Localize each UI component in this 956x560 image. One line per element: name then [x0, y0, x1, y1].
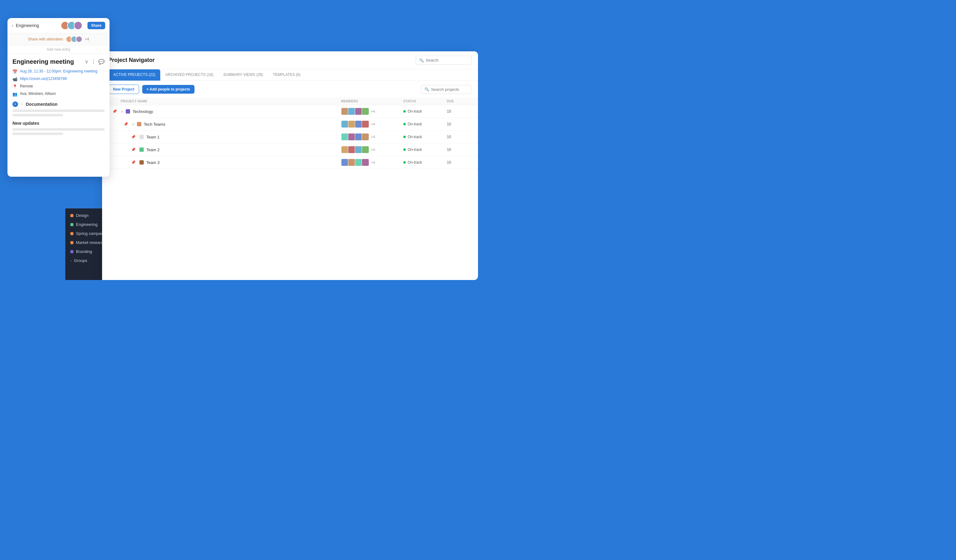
th-project-name: PROJECT NAME: [121, 100, 341, 103]
attendees-avatars: [66, 36, 82, 42]
search-box[interactable]: 🔍: [416, 56, 472, 65]
meeting-details: 📅 Aug 28, 11:30 - 12:00pm: Engineering m…: [13, 69, 105, 96]
more-icon[interactable]: ⋮: [91, 59, 96, 65]
members-plus: +4: [371, 160, 375, 164]
tab-active-projects[interactable]: ACTIVE PROJECTS (22): [108, 69, 160, 81]
project-name: Team 3: [146, 160, 160, 165]
project-color-dot: [140, 160, 144, 165]
left-panel: ‹ Engineering Share Share with attendees…: [8, 18, 110, 177]
sidebar-dot: [70, 250, 74, 253]
status-text: On-track: [408, 109, 422, 114]
project-color-dot: [126, 109, 130, 114]
meeting-date-row: 📅 Aug 28, 11:30 - 12:00pm: Engineering m…: [13, 69, 105, 74]
right-panel: Project Navigator 🔍 ACTIVE PROJECTS (22)…: [102, 51, 478, 280]
members-cell: +4: [341, 108, 403, 115]
status-text: On-track: [408, 122, 422, 126]
due-cell: 10: [447, 109, 472, 114]
meeting-location-row: 📍 Remote: [13, 84, 105, 89]
right-title: Project Navigator: [108, 57, 412, 63]
project-color-dot: [137, 122, 141, 126]
due-cell: 10: [447, 147, 472, 152]
sidebar-dot: [70, 232, 74, 235]
calendar-icon: 📅: [13, 69, 17, 74]
people-icon: 👥: [13, 92, 17, 96]
project-name-cell: Team 1: [140, 135, 341, 140]
share-attendees-bar: Share with attendees +4: [8, 33, 110, 45]
th-members: MEMBERS: [341, 100, 403, 103]
pin-icon: 📌: [127, 135, 140, 139]
share-button[interactable]: Share: [88, 22, 105, 29]
collapse-icon[interactable]: ∨: [85, 59, 88, 65]
member-avatar: [341, 133, 349, 141]
sidebar-dot: [70, 214, 74, 217]
status-dot: [403, 161, 406, 164]
panel-title: Engineering: [16, 23, 58, 28]
table-row[interactable]: 📌 ∨ Technology +4 On-track 10: [102, 105, 478, 118]
add-people-button[interactable]: + Add people to projects: [142, 85, 195, 94]
new-updates-section: New updates: [13, 121, 105, 135]
avatar: [74, 21, 82, 30]
search-input[interactable]: [426, 58, 463, 63]
member-avatar: [362, 146, 369, 154]
status-dot: [403, 123, 406, 125]
skeleton-line: [13, 133, 63, 135]
tabs-row: ACTIVE PROJECTS (22) ARCHIVED PROJECTS (…: [102, 69, 478, 81]
panel-header: ‹ Engineering Share: [8, 18, 110, 33]
members-cell: +4: [341, 133, 403, 141]
table-row[interactable]: 📌 Team 1 +4 On-track 10: [102, 131, 478, 143]
search-projects-icon: 🔍: [425, 87, 429, 91]
skeleton-line: [13, 128, 105, 131]
project-color-dot: [140, 135, 144, 139]
attendees-plus-count: +4: [85, 37, 89, 41]
project-color-dot: [140, 147, 144, 152]
sidebar-item-label: Market research: [76, 240, 105, 245]
members-plus: +4: [371, 135, 375, 139]
tab-summary-views[interactable]: SUMMARY VIEWS (28): [218, 69, 268, 81]
status-dot: [403, 110, 406, 113]
pin-icon: 📌: [127, 147, 140, 152]
member-avatar: [341, 158, 349, 166]
table-row[interactable]: 📌 ∨ Tech Teams +4 On-track 10: [102, 118, 478, 131]
status-cell: On-track: [403, 109, 447, 114]
right-header: Project Navigator 🔍: [102, 51, 478, 69]
back-icon[interactable]: ‹: [12, 23, 13, 28]
member-avatar: [355, 158, 362, 166]
add-section-icon[interactable]: +: [13, 102, 18, 107]
table-row[interactable]: 📌 Team 2 +4 On-track 10: [102, 143, 478, 156]
status-text: On-track: [408, 135, 422, 139]
meeting-title-icons: ∨ ⋮ 💬: [85, 59, 105, 65]
member-avatar: [362, 158, 369, 166]
meeting-title-text: Engineering meeting: [13, 58, 74, 65]
drag-icon: ⠿: [20, 102, 24, 107]
add-entry-row[interactable]: Add new entry: [8, 45, 110, 54]
due-cell: 10: [447, 135, 472, 139]
member-avatar: [341, 108, 349, 115]
meeting-link[interactable]: https://zoom.us/j/123456789: [20, 77, 67, 81]
tab-templates[interactable]: TEMPLATES (6): [268, 69, 305, 81]
project-name-cell: ∨ Technology: [121, 109, 341, 114]
search-projects-box[interactable]: 🔍: [421, 85, 472, 94]
actions-row: New Project + Add people to projects 🔍: [102, 81, 478, 98]
chevron-down-icon: ∨: [121, 110, 123, 114]
member-avatar: [355, 108, 362, 115]
members-plus: +4: [371, 122, 375, 126]
project-name-cell: Team 2: [140, 147, 341, 152]
sidebar-item-label: Branding: [76, 249, 92, 254]
meeting-people-row: 👥 Ava, Winshen, Allison: [13, 91, 105, 96]
comment-icon[interactable]: 💬: [98, 59, 105, 65]
pin-icon: 📌: [108, 109, 121, 114]
meeting-people: Ava, Winshen, Allison: [20, 91, 56, 96]
members-plus: +4: [371, 110, 375, 113]
add-entry-text: Add new entry: [47, 47, 71, 52]
status-cell: On-track: [403, 122, 447, 126]
search-projects-input[interactable]: [431, 87, 469, 92]
chevron-down-icon: ∨: [132, 122, 134, 126]
members-cell: +4: [341, 121, 403, 128]
tab-archived-projects[interactable]: ARCHIVED PROJECTS (18): [160, 69, 218, 81]
status-text: On-track: [408, 160, 422, 165]
member-avatar: [355, 133, 362, 141]
new-project-button[interactable]: New Project: [108, 85, 139, 94]
th-status: STATUS: [403, 100, 447, 103]
project-name: Tech Teams: [144, 122, 165, 127]
table-row[interactable]: 📌 Team 3 +4 On-track 10: [102, 156, 478, 169]
